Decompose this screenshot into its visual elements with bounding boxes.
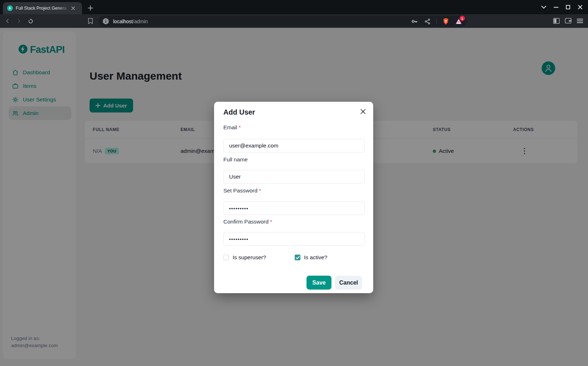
modal-title: Add User xyxy=(223,108,255,116)
checkmark-icon xyxy=(296,256,300,259)
bookmark-icon[interactable] xyxy=(86,17,95,25)
brave-shield-icon[interactable] xyxy=(442,17,450,25)
toolbar-right xyxy=(552,17,584,25)
browser-tab[interactable]: Full Stack Project Genera xyxy=(3,2,82,14)
tab-close-icon[interactable] xyxy=(70,5,76,11)
share-icon[interactable] xyxy=(424,17,431,25)
wallet-icon[interactable] xyxy=(564,17,572,25)
is-superuser-checkbox[interactable]: Is superuser? xyxy=(223,254,266,261)
cancel-button[interactable]: Cancel xyxy=(335,276,362,290)
required-marker: * xyxy=(239,124,241,130)
add-user-modal: Add User Email* Full name Set Password* … xyxy=(214,102,373,293)
divider xyxy=(436,18,437,25)
email-field-label-row: Email* xyxy=(223,124,365,131)
fastapi-favicon-icon xyxy=(7,5,13,11)
is-active-checkbox[interactable]: Is active? xyxy=(295,254,327,261)
url-bar[interactable]: localhost/admin 1 xyxy=(98,16,467,27)
checkbox-row: Is superuser? Is active? xyxy=(223,254,365,261)
required-marker: * xyxy=(270,219,272,225)
save-button[interactable]: Save xyxy=(306,276,331,290)
menu-hamburger-icon[interactable] xyxy=(576,17,584,25)
modal-buttons: Save Cancel xyxy=(306,276,362,290)
new-tab-button[interactable] xyxy=(86,3,95,12)
modal-close-icon[interactable] xyxy=(357,105,369,117)
set-password-field-label: Set Password xyxy=(223,187,258,194)
back-icon[interactable] xyxy=(3,17,12,25)
url-host: localhost xyxy=(113,19,133,24)
full-name-field[interactable] xyxy=(223,170,365,184)
brave-rewards-icon[interactable]: 1 xyxy=(455,17,462,25)
required-marker: * xyxy=(259,187,261,194)
set-password-field-label-row: Set Password* xyxy=(223,187,365,194)
browser-window: Full Stack Project Genera xyxy=(0,0,588,366)
tab-search-chevron-icon[interactable] xyxy=(539,3,548,11)
tab-title: Full Stack Project Genera xyxy=(16,6,70,11)
confirm-password-field-label-row: Confirm Password* xyxy=(223,219,365,225)
url-path: /admin xyxy=(133,19,148,24)
reload-icon[interactable] xyxy=(26,17,35,25)
confirm-password-field[interactable] xyxy=(223,232,365,246)
password-key-icon[interactable] xyxy=(411,17,419,25)
minimize-button[interactable] xyxy=(552,3,560,11)
email-field-label: Email xyxy=(223,124,237,130)
tab-bar: Full Stack Project Genera xyxy=(0,0,588,14)
browser-toolbar: localhost/admin 1 xyxy=(0,14,588,28)
email-field[interactable] xyxy=(223,139,365,152)
maximize-button[interactable] xyxy=(564,3,572,11)
checkbox-unchecked-icon xyxy=(223,255,229,260)
forward-icon[interactable] xyxy=(15,17,23,25)
confirm-password-field-label: Confirm Password xyxy=(223,219,269,225)
window-controls xyxy=(539,0,584,14)
full-name-field-label-row: Full name xyxy=(223,156,365,163)
set-password-field[interactable] xyxy=(223,201,365,215)
close-window-button[interactable] xyxy=(576,3,584,11)
site-info-icon[interactable] xyxy=(103,18,109,24)
checkbox-checked-icon xyxy=(295,255,300,260)
url-actions: 1 xyxy=(411,17,462,25)
is-superuser-label: Is superuser? xyxy=(233,254,266,261)
rewards-badge: 1 xyxy=(460,16,465,21)
is-active-label: Is active? xyxy=(304,254,327,261)
full-name-field-label: Full name xyxy=(223,156,248,162)
sidebar-panel-icon[interactable] xyxy=(552,17,560,25)
